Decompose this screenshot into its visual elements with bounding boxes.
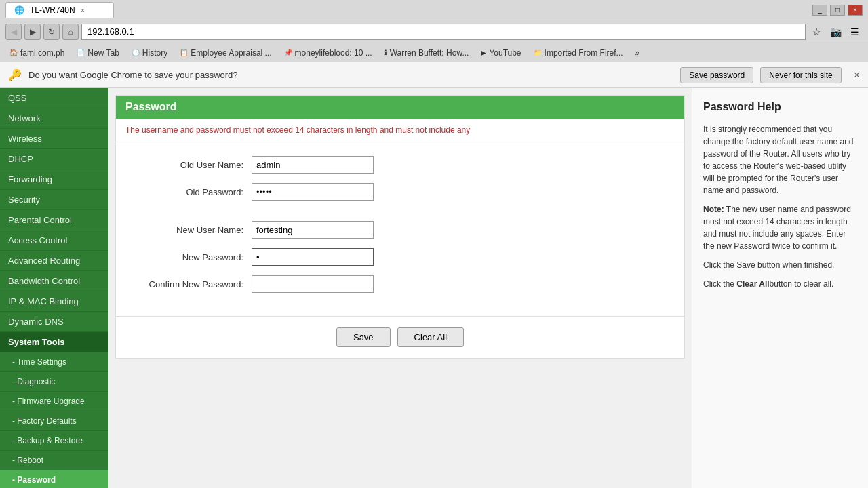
new-password-row: New Password:: [143, 248, 657, 266]
bookmark-buffett-icon: ℹ: [384, 49, 387, 56]
confirm-password-input[interactable]: [252, 275, 374, 293]
bookmarks-more-icon: »: [635, 48, 640, 58]
sidebar-item-forwarding[interactable]: Forwarding: [0, 169, 108, 190]
bookmark-history-icon: 🕐: [132, 49, 140, 56]
new-username-input[interactable]: [252, 221, 374, 239]
sidebar-item-dhcp[interactable]: DHCP: [0, 149, 108, 169]
new-password-label: New Password:: [143, 252, 252, 262]
menu-icon[interactable]: ☰: [846, 24, 863, 40]
bookmark-star-icon[interactable]: ☆: [808, 24, 825, 40]
bookmarks-more[interactable]: »: [631, 47, 644, 59]
sidebar-item-access[interactable]: Access Control: [0, 230, 108, 251]
help-note-label: Note:: [703, 205, 724, 214]
help-clear-hint: Click the Clear Allbutton to clear all.: [703, 278, 857, 290]
sidebar-item-time[interactable]: - Time Settings: [0, 352, 108, 372]
sidebar-item-ipmac[interactable]: IP & MAC Binding: [0, 291, 108, 312]
clear-all-button[interactable]: Clear All: [397, 327, 464, 347]
router-page: TP-LINK® 150M Wireless Lite N Router Mod…: [0, 88, 868, 488]
help-clear-hint2: button to clear all.: [770, 279, 834, 289]
address-bar[interactable]: [81, 24, 806, 40]
bookmark-history[interactable]: 🕐 History: [127, 47, 172, 59]
tab-favicon: 🌐: [14, 5, 24, 15]
sidebar-item-firmware[interactable]: - Firmware Upgrade: [0, 392, 108, 411]
warning-text: The username and password must not excee…: [116, 119, 684, 142]
sidebar-item-diagnostic[interactable]: - Diagnostic: [0, 372, 108, 392]
bookmark-moneylife-label: moneylifeblood: 10 ...: [295, 48, 372, 58]
old-username-label: Old User Name:: [143, 160, 252, 170]
sidebar: QSS Network Wireless DHCP Forwarding Sec…: [0, 88, 108, 488]
help-note: Note: The new user name and password mus…: [703, 203, 857, 252]
help-clear-link: Clear All: [736, 279, 769, 289]
sidebar-item-wireless[interactable]: Wireless: [0, 129, 108, 149]
window-close-button[interactable]: ×: [848, 5, 863, 16]
bookmark-fami-label: fami.com.ph: [20, 48, 64, 58]
password-bar-message: Do you want Google Chrome to save your p…: [28, 70, 673, 80]
bookmark-appraisal-icon: 📋: [180, 49, 188, 56]
new-username-row: New User Name:: [143, 221, 657, 239]
old-password-label: Old Password:: [143, 187, 252, 197]
help-note-text: The new user name and password must not …: [703, 205, 851, 251]
password-save-bar: 🔑 Do you want Google Chrome to save your…: [0, 62, 868, 88]
password-bar-icon: 🔑: [8, 68, 22, 81]
sidebar-item-reboot[interactable]: - Reboot: [0, 451, 108, 470]
password-bar-close-icon[interactable]: ×: [854, 69, 860, 81]
sidebar-item-bandwidth[interactable]: Bandwidth Control: [0, 271, 108, 291]
bookmark-fami[interactable]: 🏠 fami.com.ph: [5, 47, 68, 59]
old-username-row: Old User Name:: [143, 156, 657, 174]
sidebar-item-ddns[interactable]: Dynamic DNS: [0, 312, 108, 332]
content-panel: Password The username and password must …: [115, 95, 685, 359]
help-para1: It is strongly recommended that you chan…: [703, 123, 857, 197]
toolbar-icons: ☆ 📷 ☰: [808, 24, 863, 40]
confirm-password-row: Confirm New Password:: [143, 275, 657, 293]
bookmark-fami-icon: 🏠: [9, 49, 18, 56]
sidebar-item-qss[interactable]: QSS: [0, 88, 108, 108]
home-button[interactable]: ⌂: [62, 24, 79, 40]
reload-button[interactable]: ↻: [43, 24, 60, 40]
old-password-input[interactable]: [252, 183, 374, 201]
browser-tab[interactable]: 🌐 TL-WR740N ×: [5, 2, 114, 18]
bookmark-appraisal[interactable]: 📋 Employee Appraisal ...: [176, 47, 275, 59]
bookmark-youtube[interactable]: ▶ YouTube: [477, 47, 525, 59]
help-save-hint: Click the Save button when finished.: [703, 259, 857, 271]
bookmark-history-label: History: [142, 48, 167, 58]
sidebar-item-parental[interactable]: Parental Control: [0, 210, 108, 230]
bookmark-moneylife-icon: 📌: [284, 49, 292, 56]
save-button[interactable]: Save: [336, 327, 391, 347]
old-password-row: Old Password:: [143, 183, 657, 201]
back-button[interactable]: ◀: [5, 24, 22, 40]
help-panel: Password Help It is strongly recommended…: [692, 88, 868, 488]
sidebar-item-security[interactable]: Security: [0, 190, 108, 210]
sidebar-item-network[interactable]: Network: [0, 108, 108, 129]
window-controls: _ □ ×: [812, 5, 863, 16]
bookmark-buffett[interactable]: ℹ Warren Buffett: How...: [380, 47, 473, 59]
sidebar-item-factory[interactable]: - Factory Defaults: [0, 411, 108, 431]
new-password-input[interactable]: [252, 248, 374, 266]
bookmark-moneylife[interactable]: 📌 moneylifeblood: 10 ...: [280, 47, 376, 59]
bookmark-youtube-label: YouTube: [489, 48, 521, 58]
tab-close-button[interactable]: ×: [81, 6, 85, 14]
old-username-input[interactable]: [252, 156, 374, 174]
bookmark-imported[interactable]: 📁 Imported From Firef...: [530, 47, 627, 59]
forward-button[interactable]: ▶: [24, 24, 41, 40]
save-password-button[interactable]: Save password: [680, 67, 753, 83]
sidebar-item-systemtools[interactable]: System Tools: [0, 332, 108, 352]
panel-title: Password: [116, 96, 684, 119]
bookmark-imported-label: Imported From Firef...: [545, 48, 623, 58]
bookmark-youtube-icon: ▶: [481, 49, 486, 56]
minimize-button[interactable]: _: [812, 5, 827, 16]
never-password-button[interactable]: Never for this site: [760, 67, 841, 83]
bookmarks-bar: 🏠 fami.com.ph 📄 New Tab 🕐 History 📋 Empl…: [0, 43, 868, 62]
sidebar-item-password[interactable]: - Password: [0, 470, 108, 488]
bookmark-newtab-icon: 📄: [77, 49, 85, 56]
confirm-password-label: Confirm New Password:: [143, 279, 252, 289]
bookmark-newtab[interactable]: 📄 New Tab: [73, 47, 123, 59]
sidebar-item-advanced[interactable]: Advanced Routing: [0, 251, 108, 271]
help-clear-hint-text: Click the: [703, 279, 736, 289]
bookmark-appraisal-label: Employee Appraisal ...: [191, 48, 271, 58]
maximize-button[interactable]: □: [830, 5, 845, 16]
password-form: Old User Name: Old Password: New User Na…: [116, 142, 684, 316]
main-content: Password The username and password must …: [108, 88, 692, 488]
button-row: Save Clear All: [116, 316, 684, 358]
extension-icon[interactable]: 📷: [827, 24, 844, 40]
sidebar-item-backup[interactable]: - Backup & Restore: [0, 431, 108, 451]
